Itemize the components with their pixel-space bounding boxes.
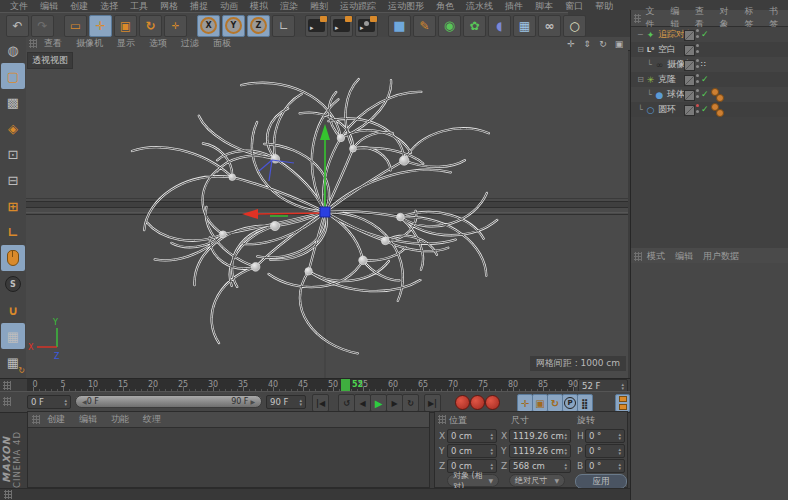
points-mode-button[interactable]: ⊡ — [1, 141, 25, 167]
mat-menu-create[interactable]: 创建 — [40, 413, 72, 426]
menu-character[interactable]: 角色 — [430, 0, 460, 12]
axis-mode-button[interactable]: ∟ — [1, 219, 25, 245]
panel-grip[interactable] — [4, 490, 12, 499]
edges-mode-button[interactable]: ⊟ — [1, 167, 25, 193]
key-scale-toggle[interactable]: ▣ — [532, 394, 548, 412]
viewport-canvas[interactable]: YXZ — [26, 50, 628, 378]
menu-window[interactable]: 窗口 — [559, 0, 589, 12]
model-mode-button[interactable]: ▢ — [1, 63, 25, 89]
coord-system-button[interactable]: ∟ — [272, 15, 295, 37]
size-x-field[interactable]: 1119.26 cm▴▾ — [509, 429, 571, 443]
expander-icon[interactable]: ⊟ — [636, 45, 645, 54]
size-y-field[interactable]: 1119.26 cm▴▾ — [509, 444, 571, 458]
menu-snap[interactable]: 捕捉 — [184, 0, 214, 12]
lock-x-axis-button[interactable]: X — [197, 15, 220, 37]
position-mode-dropdown[interactable]: 对象 (相对)▼ — [447, 474, 499, 487]
view-label[interactable]: 透视视图 — [27, 52, 73, 69]
object-row-tracer[interactable]: ─ ✦ 追踪对象 ✓ — [631, 27, 788, 42]
play-button[interactable]: ▶ — [370, 394, 387, 412]
panel-grip[interactable] — [3, 397, 11, 406]
menu-animate[interactable]: 动画 — [214, 0, 244, 12]
mat-menu-function[interactable]: 功能 — [104, 413, 136, 426]
viewport-menu-cameras[interactable]: 摄像机 — [69, 37, 110, 50]
key-position-toggle[interactable]: ✛ — [517, 394, 533, 412]
start-frame-field[interactable]: 0 F ▴▾ — [27, 395, 71, 409]
menu-render[interactable]: 渲染 — [274, 0, 304, 12]
polygons-mode-button[interactable]: ⊞ — [1, 193, 25, 219]
menu-mograph[interactable]: 运动图形 — [382, 0, 430, 12]
spinner-icon[interactable]: ▴▾ — [64, 398, 67, 406]
object-row-sphere[interactable]: └ ● 球体 ✓ — [631, 87, 788, 102]
end-frame-field[interactable]: 90 F ▴▾ — [266, 395, 306, 409]
last-tool-button[interactable]: ✛ — [164, 15, 187, 37]
panel-grip[interactable] — [29, 39, 37, 48]
attr-menu-mode[interactable]: 模式 — [642, 250, 670, 263]
add-subdivision-surface-button[interactable]: ◉ — [438, 15, 461, 37]
visibility-toggles[interactable] — [696, 44, 699, 47]
object-row-cloner[interactable]: ⊟ ✳ 克隆 ✓ — [631, 72, 788, 87]
camera-link-toggle[interactable]: ∷ — [701, 60, 706, 69]
menu-help[interactable]: 帮助 — [589, 0, 619, 12]
render-settings-button[interactable]: ▸ — [355, 15, 378, 37]
record-keyframe-button[interactable] — [455, 395, 470, 410]
layer-toggle[interactable] — [684, 45, 695, 56]
menu-edit[interactable]: 编辑 — [34, 0, 64, 12]
next-frame-button[interactable]: ▶ — [386, 394, 403, 412]
render-view-button[interactable]: ▸ — [305, 15, 328, 37]
position-x-field[interactable]: 0 cm▴▾ — [447, 429, 497, 443]
apply-button[interactable]: 应用 — [575, 474, 627, 489]
menu-create[interactable]: 创建 — [64, 0, 94, 12]
object-row-camera[interactable]: └ ∞ 摄像机 ∷ — [631, 57, 788, 72]
magnet-snap-button[interactable]: ∪ — [1, 297, 25, 323]
attr-menu-edit[interactable]: 编辑 — [670, 250, 698, 263]
texture-mode-button[interactable]: ▩ — [1, 89, 25, 115]
spinner-icon[interactable]: ▴▾ — [621, 382, 624, 390]
move-tool-button[interactable]: ✛ — [89, 15, 112, 37]
workplane-button[interactable]: ▦↻ — [1, 349, 25, 375]
keyframe-selection-button[interactable] — [485, 395, 500, 410]
size-z-field[interactable]: 568 cm▴▾ — [509, 459, 571, 473]
make-editable-button[interactable]: ◍ — [1, 37, 25, 63]
visibility-toggles[interactable] — [696, 104, 699, 107]
workplane-paint-button[interactable]: ◈ — [1, 115, 25, 141]
layer-toggle[interactable] — [684, 90, 695, 101]
scale-tool-button[interactable]: ▣ — [114, 15, 137, 37]
tag-icon[interactable] — [716, 94, 724, 102]
frame-range-slider[interactable]: ◀ 0 F 90 F ▶ — [75, 395, 262, 408]
rotation-h-field[interactable]: 0 °▴▾ — [585, 429, 625, 443]
add-floor-button[interactable]: ▦ — [513, 15, 536, 37]
viewport-zoom-icon[interactable]: ⇕ — [581, 39, 593, 49]
viewport-menu-view[interactable]: 查看 — [37, 37, 69, 50]
layer-toggle[interactable] — [684, 60, 695, 71]
menu-file[interactable]: 文件 — [4, 0, 34, 12]
enable-toggle[interactable]: ✓ — [701, 29, 709, 39]
panel-grip[interactable] — [438, 415, 446, 424]
visibility-toggles[interactable] — [696, 74, 699, 77]
tag-icon[interactable] — [716, 109, 724, 117]
menu-select[interactable]: 选择 — [94, 0, 124, 12]
layer-toggle[interactable] — [684, 105, 695, 116]
layer-toggle[interactable] — [684, 75, 695, 86]
tweak-mode-button[interactable] — [1, 245, 25, 271]
rotation-b-field[interactable]: 0 °▴▾ — [585, 459, 625, 473]
enable-toggle[interactable]: ✓ — [701, 89, 709, 99]
keyframe-presets-button[interactable] — [615, 394, 630, 412]
menu-plugins[interactable]: 插件 — [499, 0, 529, 12]
attr-menu-userdata[interactable]: 用户数据 — [698, 250, 744, 263]
panel-grip[interactable] — [634, 252, 642, 261]
add-spline-button[interactable]: ✎ — [413, 15, 436, 37]
viewport-menu-options[interactable]: 选项 — [142, 37, 174, 50]
add-cube-button[interactable]: ■ — [388, 15, 411, 37]
visibility-toggles[interactable] — [696, 29, 699, 32]
viewport-maximize-icon[interactable]: ▣ — [613, 39, 625, 49]
undo-button[interactable]: ↶ — [6, 15, 29, 37]
viewport-menu-panel[interactable]: 面板 — [206, 37, 238, 50]
mat-menu-texture[interactable]: 纹理 — [136, 413, 168, 426]
lock-y-axis-button[interactable]: Y — [222, 15, 245, 37]
add-light-button[interactable]: ○ — [563, 15, 586, 37]
menu-pipeline[interactable]: 流水线 — [460, 0, 499, 12]
rotation-p-field[interactable]: 0 °▴▾ — [585, 444, 625, 458]
snap-button[interactable]: S — [1, 271, 25, 297]
enable-toggle[interactable]: ✓ — [701, 74, 709, 84]
expander-icon[interactable]: ⊟ — [636, 75, 645, 84]
